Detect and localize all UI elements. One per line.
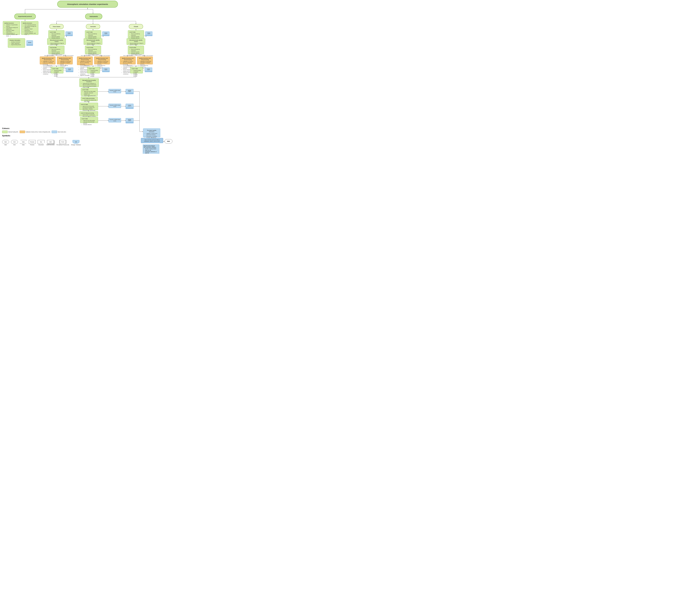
level0-tg: Level 0 data Raw as provided by instrume… (48, 30, 64, 38)
archive-l1-ae: ArchiveLevel 1 (102, 67, 110, 72)
diagram-container: Atmospheric simulation chamber experimen… (0, 0, 175, 154)
base-instr-cl: Base Instrumentation (123, 55, 133, 56)
data-provision-report: Data Provision Report Key Performance In… (143, 144, 159, 154)
qa-ep-left: Quality Assurance Definition of experime… (3, 21, 20, 35)
manual-qc-tg: Manual/automatic Quality Control Manual … (47, 38, 66, 45)
level25-data: Level 2.5 data Approved and fully qualit… (79, 103, 98, 110)
archive-l2: ArchiveLevel 2 (126, 89, 134, 94)
specific-instr-cl: Specific Instrumentation (142, 55, 153, 56)
level25-processing: Level 2.5 data processing Determination … (79, 111, 98, 116)
level1-tg: Level 1 data Temporal profiles of target… (51, 67, 63, 73)
legend-national-facility: National Facility (NF) (2, 131, 18, 133)
end-node: END (164, 139, 172, 143)
main-title: Atmospheric simulation chamber experimen… (57, 1, 118, 8)
archive-chamber: Archive (26, 40, 33, 47)
archive-l0-tg: ArchiveLevel 0 (65, 31, 73, 36)
level0-cl: Level 0 data Raw as provided by instrume… (128, 30, 144, 38)
qa-specific-cl: Quality Assurance and raw processing Cal… (137, 56, 153, 64)
trace-gases: Trace Gases (49, 24, 64, 29)
legend-start: Start Start (2, 140, 9, 145)
colours-title: Colours: (2, 127, 81, 129)
qa-ep-right: Quality Assurance Use of standard protoc… (21, 21, 38, 35)
base-instr-tg: Base Instrumentation (45, 55, 54, 56)
chamber-info: Chamber Information Auxiliary mechanism … (8, 38, 25, 48)
experimental-protocol: Experimental protocol (14, 14, 36, 19)
legend-process: Process Process (29, 140, 36, 145)
transfer-aeris-l3: Transfer to AERIS Data Centre (109, 118, 121, 123)
level1-ae: Level 1 data Temporal profiles of target… (87, 67, 100, 73)
manual-qc-ae: Manual/automatic Quality Control Manual … (84, 38, 102, 45)
manual-qc-cl: Manual/automatic Quality Control Manual … (127, 38, 145, 45)
instruments: Instruments (85, 14, 102, 19)
symbols-title: Symbols: (2, 134, 81, 137)
specific-instr-ae: Specific Instrumentation (99, 55, 110, 56)
legend-data-centre: Data Centre (DC) (52, 131, 66, 133)
qa-base-ae: Quality Assurance and raw processing Cal… (77, 56, 93, 65)
level2-data: Level 2 data Approved and fully quality … (81, 88, 98, 96)
archive-l0-cl: ArchiveLevel 0 (145, 31, 152, 36)
level0a-tg: Level 0a data Raw as provided by instrum… (48, 46, 64, 54)
clouds: Clouds (129, 24, 143, 29)
pre-import-qa: Pre-import quality Assurance Validation … (143, 128, 160, 137)
level1-cl: Level 1 data Temporal profiles of target… (130, 67, 143, 73)
qa-base-cl: Quality Assurance and raw processing Cal… (120, 56, 136, 64)
level0a-cl: Level 0a data Raw as provided by instrum… (128, 46, 144, 54)
transfer-aeris-l25: Transfer to AERIS Data Centre (109, 104, 121, 108)
legend-end: End End (11, 140, 18, 145)
qa-specific-ae: Quality Assurance and raw processing Cal… (94, 56, 110, 64)
legend-data-shape: Data Data (20, 140, 27, 145)
archive-l25: ArchiveLevel 2.5 (126, 104, 134, 109)
archive-l3: ArchiveLevel 3 (126, 118, 134, 123)
archive-l1-tg: ArchiveLevel 1 (66, 67, 73, 72)
level2-processing: Level 2 data processing correction from … (81, 97, 98, 101)
legend-storage: DB Storage / Database (71, 140, 81, 145)
legend-calibration-centre: Calibration Centre (CCG) / Centre of Exp… (20, 131, 50, 133)
specific-instr-tg: Specific Instrumentation (63, 55, 74, 56)
archive-l1-cl: ArchiveLevel 1 (145, 67, 152, 72)
archive-l0-ae: ArchiveLevel 0 (102, 31, 110, 36)
level0a-ae: Level 0a data Raw as provided by instrum… (85, 46, 101, 54)
legend-multi-document: Multi Multi-Document (47, 140, 54, 145)
legend-predefined-process: Pre-SI Pre-defined Process (SI) (57, 140, 69, 145)
open-access: Open and free access to data in database… (141, 138, 163, 143)
qa-base-tg: Quality Assurance and raw processing Cal… (40, 56, 55, 64)
aerosols: Aerosols (86, 24, 100, 29)
legend-document: Doc Document (38, 140, 45, 145)
transfer-aeris-l2: Transfer to AERIS Data Centre (109, 89, 121, 93)
level3-data: Level 3 data Approved and fully quality … (80, 117, 98, 123)
base-instr-ae: Base Instrumentation (81, 55, 90, 56)
data-gathering: Data gathering and quality Assurance Gat… (79, 78, 99, 87)
level0-ae: Level 0 data Raw as provided by instrume… (85, 30, 101, 38)
legend: Colours: National Facility (NF) Calibrat… (2, 127, 81, 145)
qa-specific-tg: Quality Assurance and raw processing Cal… (57, 56, 73, 64)
